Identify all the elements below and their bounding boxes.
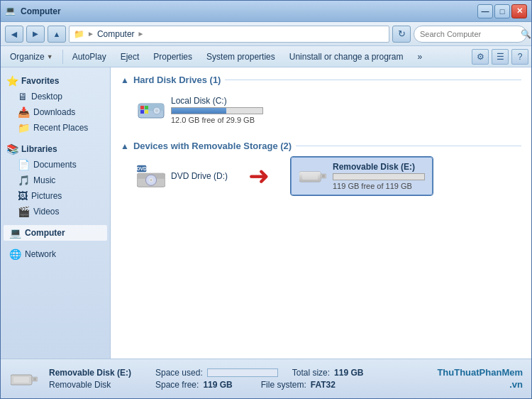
svg-point-7 (155, 109, 158, 112)
hdd-section-title: Hard Disk Drives (1) (133, 75, 221, 85)
pictures-icon: 🖼 (18, 190, 28, 202)
status-free-value: 119 GB (203, 380, 232, 390)
title-bar-buttons: — □ ✕ (477, 4, 527, 18)
status-space-used: Space used: (155, 368, 278, 378)
help-button[interactable]: ? (511, 49, 528, 65)
removable-section-header: ▲ Devices with Removable Storage (2) (121, 141, 521, 151)
title-bar: 💻 Computer — □ ✕ (1, 1, 531, 22)
eject-button[interactable]: Eject (114, 48, 146, 65)
more-button[interactable]: » (411, 48, 429, 65)
local-disk-free: 12.0 GB free of 29.9 GB (171, 116, 263, 124)
dvd-drive-info: DVD Drive (D:) (171, 171, 228, 181)
sidebar-item-videos[interactable]: 🎬 Videos (4, 204, 107, 219)
favorites-header[interactable]: ⭐ Favorites (4, 73, 107, 89)
svg-rect-4 (140, 110, 144, 114)
downloads-icon: 📥 (18, 106, 30, 118)
toolbar-separator (62, 50, 63, 64)
favorites-section: ⭐ Favorites 🖥 Desktop 📥 Downloads 📁 Rece… (4, 73, 107, 136)
libraries-section: 📚 Libraries 📄 Documents 🎵 Music 🖼 Pictur… (4, 141, 107, 219)
removable-disk-name: Removable Disk (E:) (333, 162, 425, 172)
music-icon: 🎵 (18, 175, 30, 186)
content-area: ▲ Hard Disk Drives (1) (111, 67, 531, 359)
up-button[interactable]: ▲ (48, 26, 66, 43)
window-icon: 💻 (5, 6, 16, 17)
computer-sidebar-icon: 💻 (9, 227, 21, 239)
svg-rect-2 (140, 106, 144, 109)
svg-rect-3 (145, 106, 148, 109)
local-disk-icon-wrap (137, 97, 165, 123)
search-icon: 🔍 (521, 29, 531, 39)
removable-disk-free: 119 GB free of 119 GB (333, 182, 425, 190)
star-icon: ⭐ (6, 75, 18, 87)
forward-button[interactable]: ► (26, 26, 45, 43)
status-info: Removable Disk (E:) Space used: Total si… (49, 368, 427, 390)
view-options-button[interactable]: ⚙ (472, 49, 489, 65)
svg-point-14 (150, 179, 153, 181)
desktop-icon: 🖥 (18, 91, 28, 102)
local-disk-bar (171, 107, 263, 114)
svg-rect-23 (33, 378, 36, 381)
recent-places-icon: 📁 (18, 122, 30, 133)
hdd-drives-grid: Local Disk (C:) 12.0 GB free of 29.9 GB (121, 91, 521, 129)
svg-rect-19 (322, 175, 325, 177)
svg-rect-17 (302, 174, 318, 180)
hdd-section-header: ▲ Hard Disk Drives (1) (121, 75, 521, 85)
sidebar-item-documents[interactable]: 📄 Documents (4, 157, 107, 173)
dvd-drive-item[interactable]: DVD DVD Drive (D:) (129, 157, 285, 195)
properties-button[interactable]: Properties (147, 48, 199, 65)
computer-section: 💻 Computer (4, 225, 107, 241)
watermark: ThuThuatPhanMem .vn (437, 367, 523, 391)
search-input[interactable] (420, 30, 518, 38)
status-total-size: Total size: 119 GB (292, 368, 364, 378)
view-toggle-button[interactable]: ☰ (492, 49, 509, 65)
status-bar: Removable Disk (E:) Space used: Total si… (1, 359, 531, 398)
svg-text:DVD: DVD (137, 166, 147, 171)
back-button[interactable]: ◄ (5, 26, 23, 43)
sidebar-item-network[interactable]: 🌐 Network (4, 246, 107, 262)
search-bar[interactable]: 🔍 (414, 26, 527, 43)
hdd-icon (137, 98, 165, 122)
sidebar-item-downloads[interactable]: 📥 Downloads (4, 104, 107, 120)
removable-drives-grid: DVD DVD Drive (D:) (121, 157, 521, 195)
breadcrumb-bar[interactable]: 📁 ► Computer ► (69, 26, 389, 43)
removable-expand-icon[interactable]: ▲ (121, 141, 129, 151)
documents-icon: 📄 (18, 159, 30, 170)
removable-disk-bar (333, 173, 425, 180)
minimize-button[interactable]: — (477, 4, 493, 18)
local-disk-name: Local Disk (C:) (171, 96, 263, 106)
organize-button[interactable]: Organize ▼ (4, 48, 60, 65)
title-bar-left: 💻 Computer (5, 6, 61, 17)
breadcrumb-icon: 📁 (74, 29, 84, 39)
sidebar-item-desktop[interactable]: 🖥 Desktop (4, 89, 107, 104)
hdd-section: ▲ Hard Disk Drives (1) (121, 75, 521, 129)
dvd-icon: DVD (137, 163, 165, 189)
hdd-expand-icon[interactable]: ▲ (121, 75, 129, 85)
local-disk-info: Local Disk (C:) 12.0 GB free of 29.9 GB (171, 96, 263, 124)
toolbar: Organize ▼ AutoPlay Eject Properties Sys… (1, 46, 531, 67)
hdd-section-line (225, 80, 521, 80)
status-filesystem: File system: FAT32 (261, 380, 336, 390)
local-disk-item[interactable]: Local Disk (C:) 12.0 GB free of 29.9 GB (129, 91, 285, 129)
system-properties-button[interactable]: System properties (200, 48, 282, 65)
status-row-2: Removable Disk Space free: 119 GB File s… (49, 380, 427, 390)
removable-disk-info: Removable Disk (E:) 119 GB free of 119 G… (333, 162, 425, 190)
removable-disk-item[interactable]: Removable Disk (E:) 119 GB free of 119 G… (291, 157, 433, 195)
dvd-drive-name: DVD Drive (D:) (171, 171, 228, 181)
status-progress-bar (207, 368, 278, 377)
toolbar-right: ⚙ ☰ ? (472, 49, 528, 65)
sidebar-item-music[interactable]: 🎵 Music (4, 173, 107, 188)
removable-section-line (296, 146, 521, 146)
uninstall-button[interactable]: Uninstall or change a program (283, 48, 410, 65)
close-button[interactable]: ✕ (511, 4, 527, 18)
svg-rect-21 (13, 377, 29, 383)
status-filesystem-value: FAT32 (311, 380, 336, 390)
autoplay-button[interactable]: AutoPlay (66, 48, 113, 65)
refresh-button[interactable]: ↻ (392, 26, 411, 43)
status-space-free: Space free: 119 GB (155, 380, 233, 390)
network-section: 🌐 Network (4, 246, 107, 262)
sidebar-item-recent-places[interactable]: 📁 Recent Places (4, 120, 107, 136)
maximize-button[interactable]: □ (494, 4, 510, 18)
sidebar-item-computer[interactable]: 💻 Computer (4, 225, 107, 241)
sidebar-item-pictures[interactable]: 🖼 Pictures (4, 188, 107, 204)
libraries-header[interactable]: 📚 Libraries (4, 141, 107, 157)
